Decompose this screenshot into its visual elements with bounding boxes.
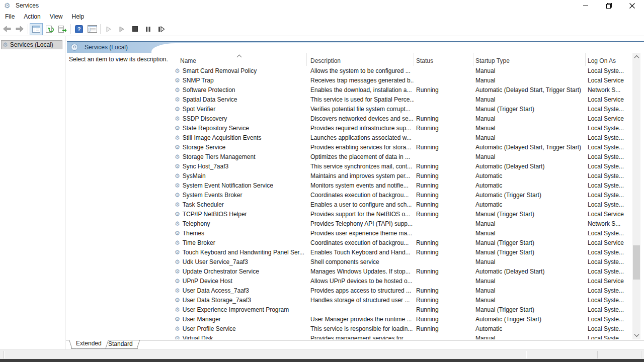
service-logon-cell: Local Service [586, 115, 632, 122]
service-description-cell: Coordinates execution of backgrou... [307, 192, 414, 199]
table-row[interactable]: ⚙SSDP DiscoveryDiscovers networked devic… [171, 114, 632, 123]
menu-action[interactable]: Action [19, 13, 45, 20]
service-name-cell: ⚙Spot Verifier [171, 106, 307, 113]
tab-standard-label: Standard [103, 340, 138, 348]
table-row[interactable]: ⚙User Profile ServiceThis service is res… [171, 324, 632, 333]
close-button[interactable] [620, 0, 643, 11]
scrollbar-thumb[interactable] [633, 245, 640, 280]
service-description-cell: Maintains and improves system per... [307, 172, 414, 179]
service-status-cell: Running [414, 316, 473, 323]
column-header-status[interactable]: Status [414, 53, 473, 66]
service-status-cell: Running [414, 239, 473, 246]
pause-service-button[interactable] [141, 23, 154, 35]
title-bar: ⚙ Services [0, 0, 644, 11]
column-headers: NameDescriptionStatusStartup TypeLog On … [171, 53, 632, 66]
service-startup-type-cell: Manual (Trigger Start) [473, 249, 586, 256]
service-description-cell: Manages Windows Updates. If stop... [307, 268, 414, 275]
back-button[interactable] [0, 23, 13, 35]
service-name-cell: ⚙TCP/IP NetBIOS Helper [171, 211, 307, 218]
service-startup-type-cell: Manual [473, 230, 586, 237]
service-logon-cell: Local Syste... [586, 287, 632, 294]
service-description-cell: Provides apps access to structured ... [307, 287, 414, 294]
forward-button[interactable] [13, 23, 26, 35]
table-row[interactable]: ⚙System Event Notification ServiceMonito… [171, 180, 632, 190]
service-startup-type-cell: Automatic [473, 201, 586, 208]
tab-standard[interactable]: Standard [103, 340, 138, 349]
table-row[interactable]: ⚙Sync Host_7aaf3This service synchronize… [171, 161, 632, 171]
service-name-cell: ⚙User Data Access_7aaf3 [171, 287, 307, 294]
table-row[interactable]: ⚙User Data Access_7aaf3Provides apps acc… [171, 286, 632, 295]
refresh-button[interactable] [43, 23, 56, 35]
table-row[interactable]: ⚙User Data Storage_7aaf3Handles storage … [171, 295, 632, 305]
table-row[interactable]: ⚙TCP/IP NetBIOS HelperProvides support f… [171, 209, 632, 219]
service-startup-type-cell: Manual [473, 96, 586, 103]
table-row[interactable]: ⚙Spatial Data ServiceThis service is use… [171, 95, 632, 104]
table-row[interactable]: ⚙Task SchedulerEnables a user to configu… [171, 200, 632, 209]
table-row[interactable]: ⚙Software ProtectionEnables the download… [171, 85, 632, 95]
table-row[interactable]: ⚙TelephonyProvides Telephony API (TAPI) … [171, 219, 632, 228]
table-row[interactable]: ⚙Spot VerifierVerifies potential file sy… [171, 104, 632, 114]
scroll-up-button[interactable] [632, 53, 640, 61]
service-description-cell: Provides management services for... [307, 335, 414, 340]
stop-service-button[interactable] [128, 23, 141, 35]
service-gear-icon: ⚙ [175, 163, 180, 169]
table-row[interactable]: ⚙ThemesProvides user experience theme ma… [171, 228, 632, 238]
column-header-startup-type[interactable]: Startup Type [473, 53, 586, 66]
sidebar-item-services-local[interactable]: ⚙ Services (Local) [1, 40, 62, 49]
minimize-button[interactable] [574, 0, 597, 11]
scroll-down-button[interactable] [632, 331, 640, 339]
service-name-cell: ⚙SNMP Trap [171, 77, 307, 84]
service-gear-icon: ⚙ [175, 173, 180, 179]
service-status-cell: Running [414, 297, 473, 304]
minimize-icon [583, 3, 588, 8]
export-list-button[interactable] [56, 23, 69, 35]
service-startup-type-cell: Manual [473, 125, 586, 132]
resume-service-button[interactable] [115, 23, 128, 35]
service-rows: ⚙Smart Card Removal PolicyAllows the sys… [171, 66, 632, 339]
service-name-cell: ⚙Update Orchestrator Service [171, 268, 307, 275]
service-logon-cell: Local Syste... [586, 67, 632, 74]
service-description-cell: Shell components service [307, 258, 414, 265]
vertical-scrollbar[interactable] [632, 53, 640, 339]
table-row[interactable]: ⚙User ManagerUser Manager provides the r… [171, 314, 632, 324]
table-row[interactable]: ⚙Touch Keyboard and Handwriting Panel Se… [171, 247, 632, 257]
service-gear-icon: ⚙ [175, 316, 180, 322]
column-header-description[interactable]: Description [307, 53, 414, 66]
table-row[interactable]: ⚙System Events BrokerCoordinates executi… [171, 190, 632, 200]
restore-button[interactable] [597, 0, 620, 11]
service-gear-icon: ⚙ [175, 192, 180, 198]
table-row[interactable]: ⚙Still Image Acquisition EventsLaunches … [171, 133, 632, 142]
table-row[interactable]: ⚙Storage Tiers ManagementOptimizes the p… [171, 152, 632, 161]
start-service-button[interactable] [102, 23, 115, 35]
restart-service-button[interactable] [154, 23, 168, 35]
service-logon-cell: Local Service [586, 278, 632, 285]
service-gear-icon: ⚙ [175, 144, 180, 150]
table-row[interactable]: ⚙Udk User Service_7aaf3Shell components … [171, 257, 632, 266]
menu-view[interactable]: View [45, 13, 67, 20]
menu-help[interactable]: Help [67, 13, 89, 20]
help-button[interactable]: ? [72, 23, 86, 35]
table-row[interactable]: ⚙Update Orchestrator ServiceManages Wind… [171, 266, 632, 276]
chevron-down-icon [634, 332, 639, 337]
properties-button[interactable] [86, 23, 99, 35]
table-row[interactable]: ⚙Storage ServiceProvides enabling servic… [171, 142, 632, 152]
table-row[interactable]: ⚙Time BrokerCoordinates execution of bac… [171, 238, 632, 247]
service-status-cell: Running [414, 172, 473, 179]
service-description-cell: Verifies potential file system corrupt..… [307, 106, 414, 113]
banner-circle-icon: ⚙ [71, 44, 78, 51]
table-row[interactable]: ⚙Smart Card Removal PolicyAllows the sys… [171, 66, 632, 75]
table-row[interactable]: ⚙State Repository ServiceProvides requir… [171, 123, 632, 133]
table-row[interactable]: ⚙User Experience Improvement ProgramRunn… [171, 305, 632, 314]
menu-file[interactable]: File [0, 13, 19, 20]
table-row[interactable]: ⚙Virtual DiskProvides management service… [171, 333, 632, 339]
table-row[interactable]: ⚙SysMainMaintains and improves system pe… [171, 171, 632, 180]
show-console-tree-button[interactable] [30, 23, 43, 35]
service-gear-icon: ⚙ [175, 87, 180, 93]
svg-text:?: ? [77, 26, 81, 32]
tab-extended[interactable]: Extended [71, 340, 107, 349]
service-name-cell: ⚙User Manager [171, 316, 307, 323]
column-header-log-on-as[interactable]: Log On As [586, 53, 632, 66]
table-row[interactable]: ⚙SNMP TrapReceives trap messages generat… [171, 75, 632, 85]
service-gear-icon: ⚙ [175, 307, 180, 313]
table-row[interactable]: ⚙UPnP Device HostAllows UPnP devices to … [171, 276, 632, 286]
